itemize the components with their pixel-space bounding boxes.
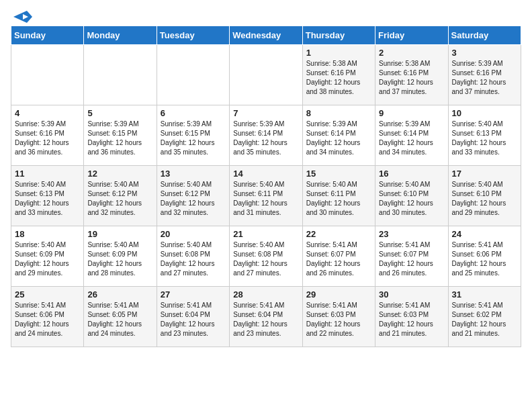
weekday-header-friday: Friday: [375, 26, 448, 45]
weekday-header-row: SundayMondayTuesdayWednesdayThursdayFrid…: [11, 26, 521, 45]
cell-info: Sunrise: 5:40 AM Sunset: 6:08 PM Dayligh…: [161, 240, 226, 278]
weekday-header-wednesday: Wednesday: [230, 26, 302, 45]
calendar-cell: 6Sunrise: 5:39 AM Sunset: 6:15 PM Daylig…: [157, 105, 229, 166]
calendar-cell: 29Sunrise: 5:41 AM Sunset: 6:03 PM Dayli…: [302, 287, 375, 347]
logo-plane-icon: [13, 11, 32, 23]
calendar-cell: 21Sunrise: 5:40 AM Sunset: 6:08 PM Dayli…: [230, 226, 302, 287]
cell-info: Sunrise: 5:41 AM Sunset: 6:04 PM Dayligh…: [233, 301, 298, 338]
calendar-cell: 5Sunrise: 5:39 AM Sunset: 6:15 PM Daylig…: [84, 105, 157, 166]
day-number: 18: [15, 229, 80, 239]
calendar-cell: 12Sunrise: 5:40 AM Sunset: 6:12 PM Dayli…: [84, 166, 157, 226]
calendar-cell: 16Sunrise: 5:40 AM Sunset: 6:10 PM Dayli…: [375, 166, 448, 226]
calendar-cell: 15Sunrise: 5:40 AM Sunset: 6:11 PM Dayli…: [302, 166, 375, 226]
calendar-cell: [157, 45, 229, 105]
cell-info: Sunrise: 5:40 AM Sunset: 6:10 PM Dayligh…: [379, 180, 444, 218]
calendar-table: SundayMondayTuesdayWednesdayThursdayFrid…: [11, 26, 521, 347]
day-number: 22: [306, 229, 371, 239]
logo: [11, 11, 32, 20]
calendar-cell: 11Sunrise: 5:40 AM Sunset: 6:13 PM Dayli…: [11, 166, 84, 226]
cell-info: Sunrise: 5:40 AM Sunset: 6:09 PM Dayligh…: [87, 240, 152, 278]
day-number: 24: [452, 229, 517, 239]
cell-info: Sunrise: 5:40 AM Sunset: 6:11 PM Dayligh…: [306, 180, 371, 218]
calendar-cell: [84, 45, 157, 105]
day-number: 7: [233, 108, 298, 118]
calendar-cell: 26Sunrise: 5:41 AM Sunset: 6:05 PM Dayli…: [84, 287, 157, 347]
day-number: 26: [87, 289, 152, 300]
day-number: 1: [306, 48, 371, 58]
cell-info: Sunrise: 5:39 AM Sunset: 6:15 PM Dayligh…: [161, 120, 226, 157]
day-number: 19: [87, 229, 152, 239]
cell-info: Sunrise: 5:41 AM Sunset: 6:04 PM Dayligh…: [161, 301, 226, 338]
cell-info: Sunrise: 5:39 AM Sunset: 6:15 PM Dayligh…: [87, 120, 152, 157]
calendar-cell: 24Sunrise: 5:41 AM Sunset: 6:06 PM Dayli…: [448, 226, 521, 287]
cell-info: Sunrise: 5:41 AM Sunset: 6:02 PM Dayligh…: [452, 301, 517, 338]
weekday-header-tuesday: Tuesday: [157, 26, 229, 45]
calendar-cell: 30Sunrise: 5:41 AM Sunset: 6:03 PM Dayli…: [375, 287, 448, 347]
header: [11, 11, 521, 20]
day-number: 10: [452, 108, 517, 118]
cell-info: Sunrise: 5:41 AM Sunset: 6:03 PM Dayligh…: [379, 301, 444, 338]
cell-info: Sunrise: 5:41 AM Sunset: 6:06 PM Dayligh…: [15, 301, 80, 338]
day-number: 2: [379, 48, 444, 58]
day-number: 31: [452, 289, 517, 300]
calendar-cell: 19Sunrise: 5:40 AM Sunset: 6:09 PM Dayli…: [84, 226, 157, 287]
calendar-cell: 7Sunrise: 5:39 AM Sunset: 6:14 PM Daylig…: [230, 105, 302, 166]
calendar-cell: 17Sunrise: 5:40 AM Sunset: 6:10 PM Dayli…: [448, 166, 521, 226]
week-row-4: 18Sunrise: 5:40 AM Sunset: 6:09 PM Dayli…: [11, 226, 521, 287]
day-number: 20: [161, 229, 226, 239]
day-number: 3: [452, 48, 517, 58]
day-number: 27: [161, 289, 226, 300]
cell-info: Sunrise: 5:38 AM Sunset: 6:16 PM Dayligh…: [379, 59, 444, 97]
day-number: 13: [161, 169, 226, 179]
day-number: 11: [15, 169, 80, 179]
day-number: 5: [87, 108, 152, 118]
weekday-header-monday: Monday: [84, 26, 157, 45]
calendar-cell: 8Sunrise: 5:39 AM Sunset: 6:14 PM Daylig…: [302, 105, 375, 166]
cell-info: Sunrise: 5:39 AM Sunset: 6:14 PM Dayligh…: [379, 120, 444, 157]
day-number: 15: [306, 169, 371, 179]
day-number: 12: [87, 169, 152, 179]
day-number: 6: [161, 108, 226, 118]
day-number: 28: [233, 289, 298, 300]
cell-info: Sunrise: 5:41 AM Sunset: 6:05 PM Dayligh…: [87, 301, 152, 338]
cell-info: Sunrise: 5:38 AM Sunset: 6:16 PM Dayligh…: [306, 59, 371, 97]
cell-info: Sunrise: 5:39 AM Sunset: 6:14 PM Dayligh…: [233, 120, 298, 157]
calendar-cell: 20Sunrise: 5:40 AM Sunset: 6:08 PM Dayli…: [157, 226, 229, 287]
day-number: 29: [306, 289, 371, 300]
calendar-cell: 22Sunrise: 5:41 AM Sunset: 6:07 PM Dayli…: [302, 226, 375, 287]
cell-info: Sunrise: 5:41 AM Sunset: 6:03 PM Dayligh…: [306, 301, 371, 338]
day-number: 9: [379, 108, 444, 118]
cell-info: Sunrise: 5:39 AM Sunset: 6:16 PM Dayligh…: [452, 59, 517, 97]
day-number: 17: [452, 169, 517, 179]
calendar-cell: 25Sunrise: 5:41 AM Sunset: 6:06 PM Dayli…: [11, 287, 84, 347]
calendar-cell: 27Sunrise: 5:41 AM Sunset: 6:04 PM Dayli…: [157, 287, 229, 347]
weekday-header-thursday: Thursday: [302, 26, 375, 45]
day-number: 21: [233, 229, 298, 239]
cell-info: Sunrise: 5:40 AM Sunset: 6:12 PM Dayligh…: [87, 180, 152, 218]
week-row-2: 4Sunrise: 5:39 AM Sunset: 6:16 PM Daylig…: [11, 105, 521, 166]
weekday-header-sunday: Sunday: [11, 26, 84, 45]
cell-info: Sunrise: 5:39 AM Sunset: 6:16 PM Dayligh…: [15, 120, 80, 157]
cell-info: Sunrise: 5:41 AM Sunset: 6:07 PM Dayligh…: [379, 240, 444, 278]
day-number: 16: [379, 169, 444, 179]
calendar-cell: 2Sunrise: 5:38 AM Sunset: 6:16 PM Daylig…: [375, 45, 448, 105]
calendar-cell: 28Sunrise: 5:41 AM Sunset: 6:04 PM Dayli…: [230, 287, 302, 347]
calendar-cell: 14Sunrise: 5:40 AM Sunset: 6:11 PM Dayli…: [230, 166, 302, 226]
calendar-cell: 4Sunrise: 5:39 AM Sunset: 6:16 PM Daylig…: [11, 105, 84, 166]
week-row-1: 1Sunrise: 5:38 AM Sunset: 6:16 PM Daylig…: [11, 45, 521, 105]
calendar-cell: 9Sunrise: 5:39 AM Sunset: 6:14 PM Daylig…: [375, 105, 448, 166]
calendar-cell: 23Sunrise: 5:41 AM Sunset: 6:07 PM Dayli…: [375, 226, 448, 287]
cell-info: Sunrise: 5:40 AM Sunset: 6:08 PM Dayligh…: [233, 240, 298, 278]
calendar-cell: 31Sunrise: 5:41 AM Sunset: 6:02 PM Dayli…: [448, 287, 521, 347]
day-number: 4: [15, 108, 80, 118]
calendar-cell: 18Sunrise: 5:40 AM Sunset: 6:09 PM Dayli…: [11, 226, 84, 287]
cell-info: Sunrise: 5:40 AM Sunset: 6:12 PM Dayligh…: [161, 180, 226, 218]
cell-info: Sunrise: 5:41 AM Sunset: 6:06 PM Dayligh…: [452, 240, 517, 278]
day-number: 8: [306, 108, 371, 118]
calendar-cell: 1Sunrise: 5:38 AM Sunset: 6:16 PM Daylig…: [302, 45, 375, 105]
day-number: 23: [379, 229, 444, 239]
day-number: 30: [379, 289, 444, 300]
cell-info: Sunrise: 5:40 AM Sunset: 6:09 PM Dayligh…: [15, 240, 80, 278]
calendar-cell: [11, 45, 84, 105]
week-row-3: 11Sunrise: 5:40 AM Sunset: 6:13 PM Dayli…: [11, 166, 521, 226]
